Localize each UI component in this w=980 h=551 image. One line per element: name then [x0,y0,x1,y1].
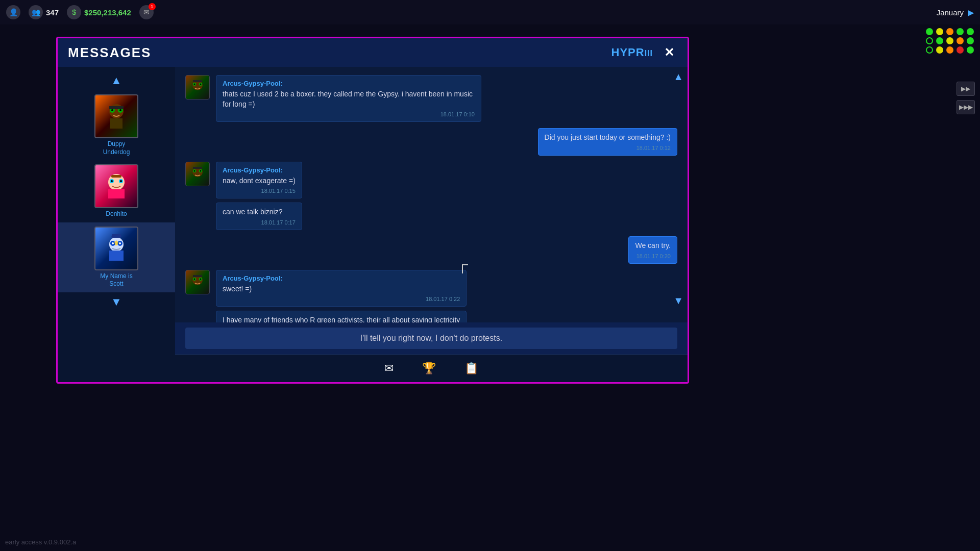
msg-group-3: Arcus-Gypsy-Pool: naw, dont exagerate =)… [216,162,302,230]
msg-time-5: 18.01.17 0:22 [223,296,460,302]
svg-rect-28 [193,80,202,82]
msg-time-3b: 18.01.17 0:17 [223,219,296,226]
msg-bubble-5a: Arcus-Gypsy-Pool: sweet! =) 18.01.17 0:2… [216,270,467,307]
status-dot-7 [936,37,943,44]
contact-name-denhito: Denhito [106,210,127,218]
contacts-nav-down[interactable]: ▼ [111,292,122,312]
msg-bubble-2: Did you just start today or something? :… [538,128,677,156]
status-dot-13 [946,46,953,54]
status-dot-9 [957,37,964,44]
msg-bubble-4: We can try. 18.01.17 0:20 [628,236,677,264]
svg-point-19 [119,242,121,244]
player-profile[interactable]: 👤 [6,5,20,19]
msg-bubble-3b: can we talk bizniz? 18.01.17 0:17 [216,203,302,230]
month-display: January ▶ [937,8,974,17]
window-header: MESSAGES HYPRIII ✕ [58,38,688,67]
msg-sender-3: Arcus-Gypsy-Pool: [223,166,296,174]
status-dot-15 [967,46,974,54]
svg-point-39 [200,278,202,280]
msg-bubble-5b: I have many of friends who R green activ… [216,311,467,322]
month-name: January [937,8,964,17]
top-bar: 👤 👥 347 $ $250,213,642 ✉ 1 January ▶ [0,0,980,24]
window-title: MESSAGES [68,45,151,61]
contact-item-duppy[interactable]: DuppyUnderdog [58,90,175,160]
svg-rect-13 [111,175,121,178]
money-value: $250,213,642 [84,8,131,17]
header-right: HYPRIII ✕ [611,44,677,61]
msg-text-5b: I have many of friends who R green activ… [223,315,460,322]
status-dot-8 [946,37,953,44]
svg-point-26 [194,84,195,85]
svg-rect-40 [193,275,202,277]
fast-forward-btn[interactable]: ▶▶ [957,82,975,96]
message-row-4: We can try. 18.01.17 0:20 [185,236,677,264]
contact-name-duppy: DuppyUnderdog [103,140,130,156]
status-dot-14 [957,46,964,54]
msg-sender-1: Arcus-Gypsy-Pool: [223,80,475,87]
svg-point-5 [119,109,121,111]
contact-avatar-scott [94,227,138,270]
msg-text-1: thats cuz I used 2 be a boxer. they call… [223,89,475,109]
msg-time-1: 18.01.17 0:10 [223,111,475,117]
scroll-down-icon[interactable]: ▼ [669,291,688,311]
mail-item[interactable]: ✉ 1 [139,5,154,19]
messages-window: MESSAGES HYPRIII ✕ ▲ [56,37,689,384]
msg-text-3b: can we talk bizniz? [223,207,296,217]
month-next-arrow[interactable]: ▶ [968,8,974,17]
tab-contracts[interactable]: 📋 [460,360,482,377]
contact-item-scott[interactable]: My Name isScott [58,222,175,292]
contact-item-denhito[interactable]: Denhito [58,160,175,222]
tab-trophy[interactable]: 🏆 [418,360,440,377]
svg-point-12 [120,180,122,182]
status-dot-11 [926,46,933,54]
msg-time-3: 18.01.17 0:15 [223,188,296,194]
close-button[interactable]: ✕ [661,44,677,61]
msg-sender-5: Arcus-Gypsy-Pool: [223,274,460,282]
hypr-logo: HYPRIII [611,46,653,59]
svg-rect-34 [193,167,202,169]
followers-count: 347 [46,8,59,17]
chat-scroll-area[interactable]: Arcus-Gypsy-Pool: thats cuz I used 2 be … [175,67,688,322]
msg-text-3: naw, dont exagerate =) [223,176,296,186]
money-item: $ $250,213,642 [67,5,131,19]
svg-rect-21 [112,235,120,238]
msg-avatar-5 [185,270,210,294]
svg-point-18 [112,242,114,244]
status-dot-10 [967,37,974,44]
status-dot-4 [957,28,964,35]
contact-avatar-duppy [94,94,138,138]
svg-point-33 [200,170,202,171]
svg-rect-1 [110,118,122,129]
scroll-up-icon[interactable]: ▲ [669,67,688,87]
status-grid [926,28,975,54]
tab-messages[interactable]: ✉ [380,360,398,377]
chat-scroll-down[interactable]: ▼ [669,291,688,311]
contact-name-scott: My Name isScott [100,272,132,288]
followers-item: 👥 347 [29,5,59,19]
message-row-2: Did you just start today or something? :… [185,128,677,156]
followers-icon: 👥 [29,5,43,19]
msg-group-5: Arcus-Gypsy-Pool: sweet! =) 18.01.17 0:2… [216,270,467,322]
reply-bar: I'll tell you right now, I don't do prot… [175,322,688,354]
contacts-nav-up[interactable]: ▲ [111,71,122,90]
msg-avatar-1 [185,75,210,99]
money-icon: $ [67,5,81,19]
svg-rect-8 [108,189,125,198]
svg-point-38 [194,278,195,280]
msg-avatar-3 [185,162,210,186]
chat-scroll-up[interactable]: ▲ [669,67,688,87]
skip-btn[interactable]: ▶▶▶ [957,100,975,114]
msg-text-2: Did you just start today or something? :… [545,133,671,143]
msg-time-4: 18.01.17 0:20 [635,253,671,259]
msg-time-2: 18.01.17 0:12 [545,145,671,151]
svg-point-4 [111,109,113,111]
message-row-3: Arcus-Gypsy-Pool: naw, dont exagerate =)… [185,162,677,230]
version-text: early access v.0.9.002.a [5,538,76,546]
svg-point-11 [111,180,113,182]
window-body: ▲ DuppyUnderdog [58,67,688,382]
mail-badge: 1 [149,3,156,10]
svg-rect-6 [109,106,124,109]
reply-bubble[interactable]: I'll tell you right now, I don't do prot… [185,328,677,349]
contacts-sidebar: ▲ DuppyUnderdog [58,67,175,382]
message-row-1: Arcus-Gypsy-Pool: thats cuz I used 2 be … [185,75,677,122]
